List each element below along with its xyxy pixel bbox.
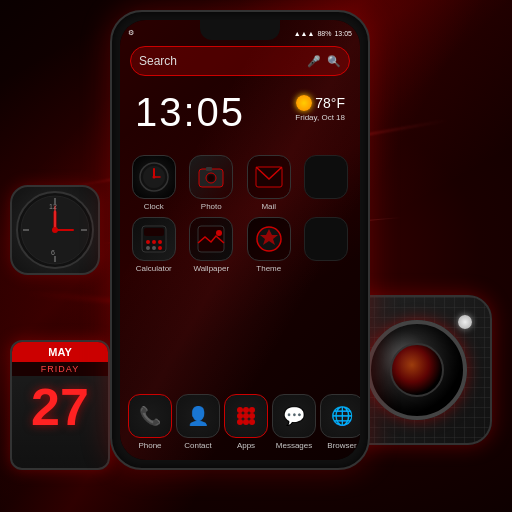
dock-phone[interactable]: 📞 Phone (128, 394, 172, 450)
calculator-app-label: Calculator (136, 264, 172, 273)
weather-date: Friday, Oct 18 (295, 113, 345, 122)
svg-point-26 (158, 240, 162, 244)
svg-rect-20 (206, 167, 212, 171)
svg-point-36 (237, 413, 243, 419)
svg-point-39 (237, 419, 243, 425)
dock-phone-label: Phone (138, 441, 161, 450)
phone-clock-display: 13:05 (135, 90, 245, 135)
phone-search-bar[interactable]: Search 🎤 🔍 (130, 46, 350, 76)
browser-icon[interactable]: 🌐 (320, 394, 360, 438)
status-left-icon: ⚙ (128, 29, 134, 37)
sun-icon (296, 95, 312, 111)
svg-point-11 (52, 227, 58, 233)
svg-point-16 (152, 176, 155, 179)
wallpaper-app-label: Wallpaper (193, 264, 229, 273)
photo-app-label: Photo (201, 202, 222, 211)
svg-rect-23 (144, 228, 164, 236)
calendar-day-name: FRIDAY (12, 362, 108, 376)
app-icon-mail[interactable]: Mail (243, 155, 295, 211)
contact-icon[interactable]: 👤 (176, 394, 220, 438)
status-time: 13:05 (334, 30, 352, 37)
app-icon-empty-1 (301, 155, 353, 211)
microphone-icon[interactable]: 🎤 (307, 55, 321, 68)
svg-point-41 (249, 419, 255, 425)
dock-contact[interactable]: 👤 Contact (176, 394, 220, 450)
app-icon-empty-2 (301, 217, 353, 273)
dock-messages-label: Messages (276, 441, 312, 450)
dock-contact-label: Contact (184, 441, 212, 450)
dock-messages[interactable]: 💬 Messages (272, 394, 316, 450)
svg-point-25 (152, 240, 156, 244)
svg-point-29 (158, 246, 162, 250)
dock-apps[interactable]: Apps (224, 394, 268, 450)
phone-notch (200, 20, 280, 40)
empty-icon-1 (304, 155, 348, 199)
svg-point-19 (208, 175, 214, 181)
calendar-month: MAY (12, 342, 108, 362)
camera-flash (458, 315, 472, 329)
camera-lens (367, 320, 467, 420)
svg-point-31 (216, 230, 222, 236)
battery-level: 88% (317, 30, 331, 37)
photo-app-icon[interactable] (189, 155, 233, 199)
app-icon-theme[interactable]: Theme (243, 217, 295, 273)
svg-point-34 (243, 407, 249, 413)
svg-point-35 (249, 407, 255, 413)
theme-app-label: Theme (256, 264, 281, 273)
svg-point-28 (152, 246, 156, 250)
signal-icon: ▲▲▲ (294, 30, 315, 37)
app-icon-photo[interactable]: Photo (186, 155, 238, 211)
svg-text:12: 12 (49, 203, 57, 210)
search-placeholder: Search (139, 54, 301, 68)
dock-browser[interactable]: 🌐 Browser (320, 394, 360, 450)
dock-browser-label: Browser (327, 441, 356, 450)
svg-point-40 (243, 419, 249, 425)
svg-point-24 (146, 240, 150, 244)
theme-app-icon[interactable] (247, 217, 291, 261)
phone-weather: 78°F Friday, Oct 18 (295, 95, 345, 122)
phone-mockup: ⚙ ▲▲▲ 88% 13:05 Search 🎤 🔍 13:05 78°F (110, 10, 370, 470)
phone-call-icon[interactable]: 📞 (128, 394, 172, 438)
svg-point-27 (146, 246, 150, 250)
mail-app-icon[interactable] (247, 155, 291, 199)
svg-point-38 (249, 413, 255, 419)
app-icon-clock[interactable]: Clock (128, 155, 180, 211)
empty-icon-2 (304, 217, 348, 261)
svg-point-33 (237, 407, 243, 413)
clock-widget[interactable]: 12 6 (10, 185, 100, 275)
phone-screen: ⚙ ▲▲▲ 88% 13:05 Search 🎤 🔍 13:05 78°F (120, 20, 360, 460)
wallpaper-app-icon[interactable] (189, 217, 233, 261)
status-right: ▲▲▲ 88% 13:05 (294, 30, 352, 37)
messages-icon[interactable]: 💬 (272, 394, 316, 438)
app-icon-calculator[interactable]: Calculator (128, 217, 180, 273)
svg-point-37 (243, 413, 249, 419)
calendar-widget[interactable]: MAY FRIDAY 27 (10, 340, 110, 470)
weather-temperature: 78°F (315, 95, 345, 111)
mail-app-label: Mail (261, 202, 276, 211)
dock-apps-label: Apps (237, 441, 255, 450)
clock-app-label: Clock (144, 202, 164, 211)
app-grid: Clock Photo (128, 155, 352, 273)
apps-grid-icon[interactable] (224, 394, 268, 438)
clock-app-icon[interactable] (132, 155, 176, 199)
app-icon-wallpaper[interactable]: Wallpaper (186, 217, 238, 273)
search-icon[interactable]: 🔍 (327, 55, 341, 68)
calculator-app-icon[interactable] (132, 217, 176, 261)
svg-text:6: 6 (51, 249, 55, 256)
phone-dock: 📞 Phone 👤 Contact (128, 394, 352, 450)
calendar-day-number: 27 (12, 381, 108, 433)
